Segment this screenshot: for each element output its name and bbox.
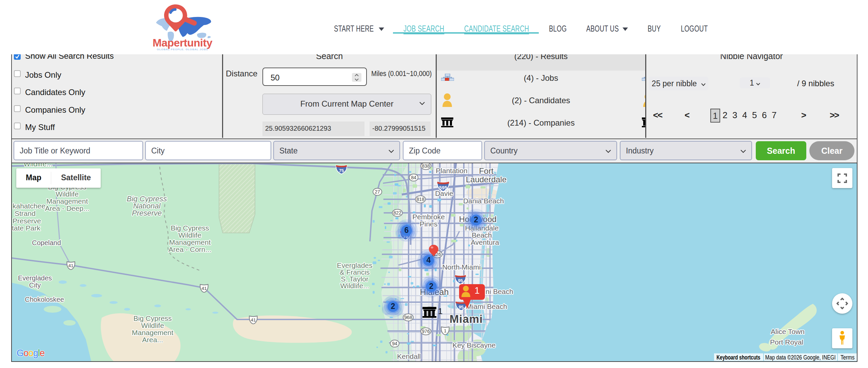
svg-text:41: 41: [201, 286, 206, 291]
svg-text:2: 2: [429, 282, 434, 291]
svg-text:Management: Management: [132, 329, 174, 336]
svg-text:Pembroke: Pembroke: [412, 213, 445, 221]
svg-text:4: 4: [427, 256, 431, 264]
svg-text:27: 27: [375, 189, 380, 195]
svg-text:Alice Town: Alice Town: [771, 328, 805, 335]
svg-text:838: 838: [422, 163, 430, 169]
svg-text:Area...: Area...: [142, 336, 163, 344]
svg-text:Aventura: Aventura: [471, 238, 499, 246]
svg-text:Chokoloskee: Chokoloskee: [25, 296, 64, 303]
svg-text:Wildlife: Wildlife: [178, 231, 201, 239]
svg-text:Everglades: Everglades: [18, 274, 52, 282]
svg-text:94: 94: [392, 341, 397, 346]
svg-text:41: 41: [68, 263, 73, 268]
svg-text:968: 968: [404, 315, 412, 320]
svg-text:1: 1: [444, 328, 447, 333]
svg-text:84: 84: [411, 175, 416, 180]
svg-text:822: 822: [393, 210, 401, 216]
svg-text:Lauderdale: Lauderdale: [466, 175, 507, 184]
svg-text:Key Biscayne: Key Biscayne: [452, 341, 495, 349]
svg-text:City: City: [29, 281, 41, 289]
svg-text:2: 2: [474, 215, 478, 224]
svg-text:41: 41: [251, 317, 256, 323]
svg-text:Big Cypress: Big Cypress: [171, 224, 209, 232]
svg-text:Management: Management: [169, 238, 211, 246]
svg-text:Wildlife...: Wildlife...: [23, 163, 52, 168]
svg-text:Big Cypress: Big Cypress: [133, 314, 172, 322]
svg-text:Plantation: Plantation: [436, 167, 467, 174]
svg-text:976: 976: [422, 329, 430, 334]
svg-text:Management: Management: [46, 197, 88, 205]
svg-text:Preserve: Preserve: [13, 217, 41, 225]
svg-text:Wildlife: Wildlife: [56, 190, 79, 198]
svg-text:North Miami: North Miami: [442, 263, 480, 271]
svg-text:Port Royal: Port Royal: [770, 338, 803, 346]
svg-text:Area - Corn...: Area - Corn...: [169, 245, 211, 253]
svg-text:818: 818: [416, 197, 425, 202]
svg-text:95: 95: [458, 278, 463, 283]
svg-text:1: 1: [438, 307, 442, 316]
svg-text:2: 2: [391, 302, 395, 311]
svg-text:kahatchee: kahatchee: [13, 202, 45, 210]
svg-text:Strand: Strand: [15, 209, 36, 217]
svg-text:6: 6: [405, 226, 409, 235]
svg-text:Copeland: Copeland: [32, 239, 61, 246]
svg-text:1: 1: [474, 286, 479, 296]
svg-text:Miami: Miami: [450, 313, 483, 325]
svg-text:tate Park: tate Park: [12, 224, 41, 232]
svg-text:Wildlife: Wildlife: [141, 321, 164, 329]
svg-text:Area - Deep...: Area - Deep...: [45, 204, 90, 212]
svg-text:Kendall: Kendall: [397, 352, 421, 360]
svg-text:Mapertunity: Mapertunity: [153, 37, 213, 49]
svg-text:GLOBAL PEOPLE. GLOBAL JOBS: GLOBAL PEOPLE. GLOBAL JOBS: [157, 48, 208, 51]
svg-text:Beach: Beach: [472, 231, 492, 239]
svg-text:Dania Beach: Dania Beach: [463, 197, 504, 205]
svg-text:Wildlife...: Wildlife...: [340, 282, 369, 290]
svg-text:95: 95: [459, 305, 464, 310]
svg-text:75: 75: [339, 168, 344, 173]
svg-text:Miami Beach: Miami Beach: [466, 302, 507, 310]
svg-text:Preserve: Preserve: [132, 209, 162, 217]
svg-text:ni Beach: ni Beach: [486, 288, 513, 295]
svg-text:595: 595: [439, 185, 447, 190]
svg-text:Pines: Pines: [420, 220, 438, 228]
svg-text:Fort: Fort: [479, 166, 494, 176]
